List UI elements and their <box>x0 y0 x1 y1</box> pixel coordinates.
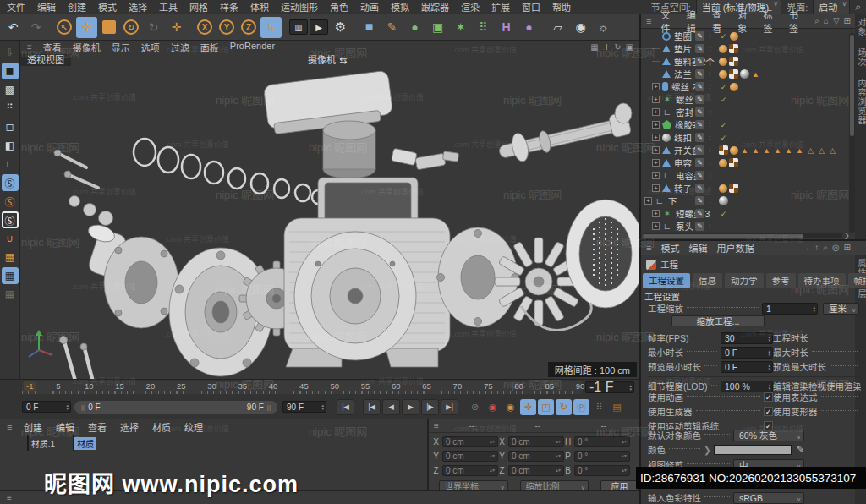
phong-tag-icon[interactable] <box>730 146 738 155</box>
spline-pen-icon[interactable]: ✎ <box>381 17 403 38</box>
record-rotation-icon[interactable]: ↻ <box>556 399 572 415</box>
record-button[interactable]: ◉ <box>485 399 501 415</box>
menubar-item[interactable]: 选择 <box>129 0 147 14</box>
viewport-menu-item[interactable]: 显示 <box>112 41 130 54</box>
check-tag-icon[interactable]: ✓ <box>719 82 728 91</box>
material-thumbnail[interactable] <box>27 435 29 451</box>
record-scale-icon[interactable]: ◰ <box>538 399 554 415</box>
side-tab[interactable]: 内容浏览器 <box>855 79 866 125</box>
camera-hud[interactable]: 摄像机 ⇆ <box>308 54 347 66</box>
edit-tag-icon[interactable]: ✎ <box>695 107 704 117</box>
menubar-item[interactable]: 帮助 <box>552 0 571 14</box>
attribute-tab[interactable]: 帧插值 <box>848 273 866 288</box>
coordinate-field[interactable]: 0 °▴▾ <box>574 436 630 447</box>
attribute-menu-item[interactable]: 用户数据 <box>716 241 754 255</box>
target-icon[interactable]: ◎ <box>832 243 840 253</box>
camera-icon[interactable]: ◉ <box>570 17 591 38</box>
object-row[interactable]: +∟电容盖✎∶ <box>641 169 847 182</box>
menubar-item[interactable]: 模式 <box>98 0 117 14</box>
menubar-item[interactable]: 窗口 <box>522 0 540 14</box>
spline-tool-icon[interactable]: H <box>496 17 517 38</box>
exploded-motor-model[interactable] <box>20 52 639 379</box>
side-tab[interactable]: 场次 <box>855 48 866 67</box>
home-icon[interactable]: ⌂ <box>824 16 829 26</box>
forward-icon[interactable]: → <box>802 243 810 253</box>
object-list-hscrollbar[interactable] <box>643 233 842 238</box>
autokey-button[interactable]: ◉ <box>502 399 518 415</box>
rotate-workplane-icon[interactable]: ▦ <box>2 286 19 303</box>
live-select-icon[interactable]: ↖ <box>57 19 72 35</box>
panel-grip-icon[interactable]: ≡ <box>646 243 651 253</box>
rotate-icon[interactable]: ↻ <box>123 19 139 35</box>
add-panel-icon[interactable]: ⊞ <box>844 16 851 26</box>
goto-start-button[interactable]: |◀ <box>337 399 354 415</box>
make-editable-icon[interactable]: ⇩ <box>2 44 19 61</box>
material-menu-item[interactable]: 编辑 <box>56 420 74 434</box>
subdivision-surface-icon[interactable]: ● <box>404 17 425 38</box>
menubar-item[interactable]: 编辑 <box>37 0 56 14</box>
camera-swap-icon[interactable]: ⇆ <box>339 54 347 66</box>
expand-toggle-icon[interactable]: + <box>644 197 652 205</box>
panel-grip-icon[interactable]: ≡ <box>646 16 651 26</box>
material-thumbnail[interactable] <box>73 435 74 451</box>
current-frame-field[interactable]: -1 F ▴▾ <box>585 381 634 393</box>
visibility-dots-icon[interactable]: ∶ <box>709 210 710 218</box>
edit-tag-icon[interactable]: ✎ <box>695 120 704 129</box>
edit-tag-icon[interactable]: ✎ <box>695 69 704 79</box>
back-icon[interactable]: ← <box>789 243 797 253</box>
object-row[interactable]: +电容✎∶ <box>641 156 847 169</box>
menubar-item[interactable]: 样条 <box>220 0 238 14</box>
edit-tag-icon[interactable]: ✎ <box>695 209 704 218</box>
timeline-window-icon[interactable]: ▤ <box>609 399 625 415</box>
tri_o-tag-icon[interactable]: △ <box>817 145 826 155</box>
viewport-orbit-icon[interactable]: ↻ <box>614 42 621 52</box>
uv-tag-icon[interactable] <box>729 158 738 167</box>
x-axis-lock-icon[interactable]: X <box>197 19 212 35</box>
edit-tag-icon[interactable]: ✎ <box>695 196 704 205</box>
frame-range-slider[interactable]: || 0 F 90 F || <box>74 401 277 414</box>
phong-tag-icon[interactable] <box>730 32 738 41</box>
record-pla-icon[interactable]: ⠿ <box>591 399 607 415</box>
attribute-field[interactable]: 0 F▴▾ <box>721 361 773 373</box>
menubar-item[interactable]: 角色 <box>330 0 348 14</box>
edit-tag-icon[interactable]: ✎ <box>695 145 704 155</box>
object-row[interactable]: +转子✎∶ <box>641 182 847 194</box>
z-axis-lock-icon[interactable]: Z <box>241 19 256 35</box>
side-tab[interactable]: 对象 <box>855 18 866 36</box>
edit-tag-icon[interactable]: ✎ <box>695 82 704 91</box>
attribute-field[interactable]: 30▴▾ <box>721 332 773 344</box>
spinner-arrows-icon[interactable]: ▴▾ <box>768 364 772 370</box>
scroll-right-icon[interactable]: ❯ <box>844 232 850 239</box>
timeline-ruler[interactable]: -1 51015202530354045505560657075808590 <box>22 381 582 394</box>
snap-2d-icon[interactable]: Ⓢ <box>2 193 19 210</box>
playhead[interactable]: -1 <box>24 381 36 391</box>
material-menu-item[interactable]: 选择 <box>120 420 139 434</box>
coord-system-icon[interactable]: ↳ <box>260 17 282 38</box>
viewport-menu-item[interactable]: 过滤 <box>171 41 189 54</box>
panel-grip-icon[interactable]: ≡ <box>27 42 32 52</box>
viewport-pan-icon[interactable]: ✛ <box>603 42 610 52</box>
viewport-layout-icon[interactable]: ▦ <box>590 42 598 52</box>
check-tag-icon[interactable]: ✓ <box>719 95 728 104</box>
material-item[interactable]: 材质 <box>66 436 103 451</box>
viewport-menu-item[interactable]: 摄像机 <box>73 41 101 54</box>
eyedropper-icon[interactable]: ✎ <box>797 444 804 455</box>
viewport-menu-item[interactable]: ProRender <box>230 41 275 54</box>
expand-toggle-icon[interactable]: + <box>652 172 660 179</box>
menubar-item[interactable]: 模拟 <box>391 0 409 14</box>
lock-workplane-icon[interactable]: ▦ <box>2 267 19 284</box>
color-swatch[interactable] <box>714 445 792 455</box>
object-row[interactable]: +✶螺丝✎∶✓ <box>641 93 847 106</box>
object-row[interactable]: 垫圈✎∶✓ <box>641 30 847 42</box>
add-tool-icon[interactable]: ✛ <box>166 17 187 38</box>
check-tag-icon[interactable]: ✓ <box>719 120 728 129</box>
visibility-dots-icon[interactable]: ∶ <box>709 83 710 91</box>
tri-tag-icon[interactable]: ▲ <box>740 145 749 155</box>
menubar-item[interactable]: 跟踪器 <box>421 0 449 14</box>
scale-project-button[interactable]: 缩放工程... <box>671 315 765 326</box>
render-settings-icon[interactable]: ⚙ <box>330 17 351 38</box>
instance-icon[interactable]: ▣ <box>427 17 448 38</box>
visibility-dots-icon[interactable]: ∶ <box>709 108 710 117</box>
model-mode-icon[interactable]: ◼ <box>2 63 19 79</box>
menubar-item[interactable]: 文件 <box>7 0 25 14</box>
